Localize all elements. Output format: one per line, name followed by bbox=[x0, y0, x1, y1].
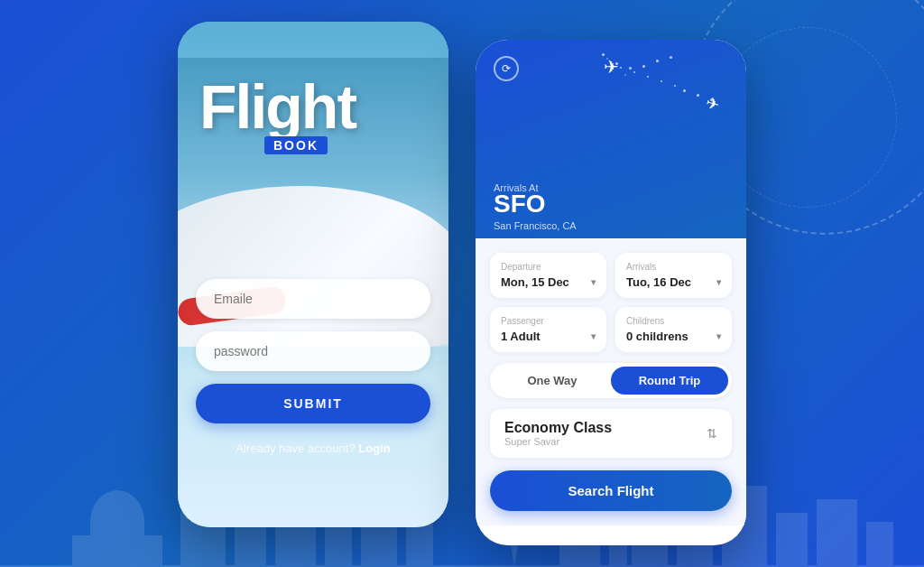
already-account-text: Already have account? Login bbox=[196, 442, 430, 455]
trip-type-toggle: One Way Round Trip bbox=[490, 363, 732, 398]
arrivals-chevron: ▾ bbox=[716, 277, 721, 287]
arrivals-dropdown[interactable]: Arrivals Tuo, 16 Dec ▾ bbox=[615, 253, 732, 298]
back-icon[interactable]: ⟳ bbox=[494, 56, 519, 81]
arrivals-label: Arrivals bbox=[626, 262, 721, 272]
departure-label: Departure bbox=[501, 262, 596, 272]
search-body: Departure Mon, 15 Dec ▾ Arrivals Tuo, 16… bbox=[476, 238, 746, 525]
passenger-label: Passenger bbox=[501, 316, 596, 326]
passenger-row: Passenger 1 Adult ▾ Childrens 0 children… bbox=[490, 307, 732, 352]
search-header: ⟳ ✈ ✈ Arrivals At SFO San Francisco, CA bbox=[476, 40, 746, 238]
phone-login: Flight BOOK SUBMIT Already have account?… bbox=[178, 22, 448, 527]
arrivals-value: Tuo, 16 Dec ▾ bbox=[626, 275, 721, 289]
childrens-label: Childrens bbox=[626, 316, 721, 326]
circle-symbol: ⟳ bbox=[502, 62, 511, 75]
passenger-dropdown[interactable]: Passenger 1 Adult ▾ bbox=[490, 307, 606, 352]
childrens-dropdown[interactable]: Childrens 0 childrens ▾ bbox=[615, 307, 732, 352]
class-info: Economy Class Super Savar bbox=[504, 420, 612, 447]
passenger-value: 1 Adult ▾ bbox=[501, 330, 596, 343]
date-row: Departure Mon, 15 Dec ▾ Arrivals Tuo, 16… bbox=[490, 253, 732, 298]
app-title: Flight bbox=[199, 76, 356, 137]
updown-icon: ⇅ bbox=[707, 426, 717, 441]
class-selector[interactable]: Economy Class Super Savar ⇅ bbox=[490, 409, 732, 458]
email-input[interactable] bbox=[196, 279, 430, 319]
childrens-chevron: ▾ bbox=[716, 331, 721, 341]
round-trip-button[interactable]: Round Trip bbox=[611, 367, 728, 395]
flight-title: Flight BOOK bbox=[199, 76, 356, 154]
book-badge: BOOK bbox=[264, 136, 328, 154]
departure-chevron: ▾ bbox=[591, 277, 596, 287]
login-link[interactable]: Login bbox=[358, 442, 390, 455]
one-way-button[interactable]: One Way bbox=[494, 367, 611, 395]
phone-search: ⟳ ✈ ✈ Arrivals At SFO San Francisco, CA … bbox=[476, 40, 746, 545]
already-label: Already have account? bbox=[236, 442, 355, 455]
childrens-value: 0 childrens ▾ bbox=[626, 330, 721, 343]
password-input[interactable] bbox=[196, 331, 430, 371]
phones-container: Flight BOOK SUBMIT Already have account?… bbox=[0, 0, 924, 567]
login-form: SUBMIT Already have account? Login bbox=[196, 279, 430, 455]
submit-button[interactable]: SUBMIT bbox=[196, 384, 430, 423]
class-title: Economy Class bbox=[504, 420, 612, 436]
search-flight-button[interactable]: Search Flight bbox=[490, 470, 732, 511]
plane-icon-top: ✈ bbox=[604, 56, 619, 78]
passenger-chevron: ▾ bbox=[591, 331, 596, 341]
departure-value: Mon, 15 Dec ▾ bbox=[501, 275, 596, 289]
departure-dropdown[interactable]: Departure Mon, 15 Dec ▾ bbox=[490, 253, 606, 298]
class-subtitle: Super Savar bbox=[504, 436, 612, 447]
arrivals-city: San Francisco, CA bbox=[494, 220, 577, 231]
airport-code: SFO bbox=[494, 190, 546, 218]
